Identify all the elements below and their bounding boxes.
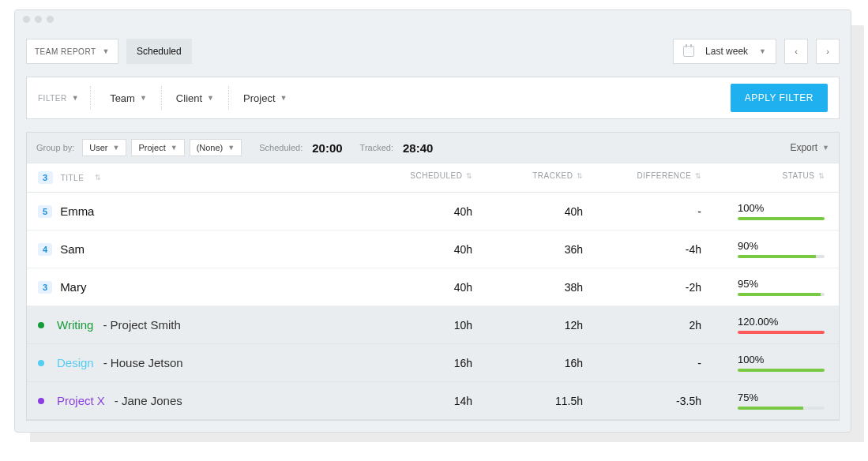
header-tracked[interactable]: TRACKED (532, 171, 573, 180)
group-select[interactable]: (None) ▼ (190, 139, 242, 156)
status-cell: 100% (738, 354, 825, 372)
row-count-badge: 3 (38, 281, 52, 294)
cell-difference: -3.5h (583, 395, 701, 407)
table-row[interactable]: 3Mary40h38h-2h95% (27, 268, 839, 306)
period-prev-button[interactable]: ‹ (784, 39, 808, 64)
status-percent: 90% (738, 240, 758, 252)
user-name: Sam (60, 242, 85, 256)
column-headers: 3 TITLE⇅ SCHEDULED⇅ TRACKED⇅ DIFFERENCE⇅… (27, 163, 839, 193)
group-by-label: Group by: (36, 143, 74, 152)
table-row[interactable]: Project X - Jane Jones14h11.5h-3.5h75% (27, 382, 839, 420)
export-select[interactable]: Export ▼ (790, 142, 829, 153)
filter-client[interactable]: Client ▼ (168, 86, 222, 110)
separator (161, 86, 162, 110)
user-name: Emma (60, 204, 94, 218)
sort-icon: ⇅ (695, 172, 702, 180)
app-window: TEAM REPORT ▼ Scheduled Last week ▼ ‹ › … (14, 9, 851, 433)
caret-down-icon: ▼ (207, 94, 214, 102)
filter-project[interactable]: Project ▼ (235, 86, 295, 110)
header-scheduled[interactable]: SCHEDULED (410, 171, 462, 180)
status-cell: 100% (738, 202, 825, 220)
sort-icon: ⇅ (95, 174, 102, 182)
period-label: Last week (705, 46, 748, 57)
cell-scheduled: 10h (378, 319, 472, 332)
status-percent: 95% (738, 278, 758, 290)
progress-bar (738, 331, 825, 334)
project-color-dot (38, 322, 44, 328)
table-row[interactable]: Design - House Jetson16h16h-100% (27, 344, 839, 382)
period-select[interactable]: Last week ▼ (673, 39, 776, 64)
caret-down-icon: ▼ (227, 144, 235, 152)
cell-scheduled: 40h (378, 205, 472, 218)
cell-tracked: 16h (472, 357, 583, 369)
project-client: - Jane Jones (115, 394, 182, 407)
chevron-right-icon: › (826, 47, 829, 56)
header-difference[interactable]: DIFFERENCE (637, 171, 692, 180)
separator (228, 86, 229, 110)
row-count-badge: 4 (38, 243, 52, 256)
sort-icon: ⇅ (466, 172, 473, 180)
period-next-button[interactable]: › (816, 39, 840, 64)
scheduled-sum-label: Scheduled: (259, 143, 302, 152)
caret-down-icon: ▼ (171, 144, 178, 152)
cell-difference: -2h (583, 281, 701, 294)
scheduled-button[interactable]: Scheduled (126, 39, 192, 64)
team-report-select[interactable]: TEAM REPORT ▼ (26, 39, 118, 64)
export-label: Export (790, 142, 817, 153)
project-client: - Project Smith (103, 318, 180, 332)
project-client: - House Jetson (103, 356, 183, 369)
caret-down-icon: ▼ (280, 94, 287, 102)
apply-filter-button[interactable]: APPLY FILTER (731, 84, 828, 112)
project-name: Writing (57, 318, 93, 332)
user-name: Mary (60, 280, 86, 294)
status-percent: 100% (738, 354, 764, 365)
team-report-label: TEAM REPORT (35, 47, 96, 56)
caret-down-icon: ▼ (759, 47, 766, 55)
status-cell: 120.00% (738, 316, 825, 334)
table-row[interactable]: Writing - Project Smith10h12h2h120.00% (27, 306, 839, 344)
table-row[interactable]: 4Sam40h36h-4h90% (27, 230, 839, 268)
cell-tracked: 38h (472, 281, 583, 294)
cell-difference: -4h (583, 243, 701, 256)
scheduled-sum-value: 20:00 (312, 141, 342, 155)
caret-down-icon: ▼ (822, 144, 829, 152)
filter-label-dropdown[interactable]: FILTER ▼ (38, 94, 79, 103)
group-select-label: Project (138, 143, 165, 152)
window-dot (47, 16, 54, 23)
cell-difference: - (583, 357, 701, 369)
cell-difference: 2h (583, 319, 701, 332)
status-cell: 75% (738, 392, 825, 410)
project-name: Project X (57, 394, 105, 407)
caret-down-icon: ▼ (140, 94, 147, 102)
window-dot (35, 16, 42, 23)
cell-scheduled: 40h (378, 243, 472, 256)
cell-tracked: 40h (472, 205, 583, 218)
caret-down-icon: ▼ (113, 144, 120, 152)
project-color-dot (38, 360, 44, 366)
progress-bar (738, 217, 825, 220)
cell-tracked: 36h (472, 243, 583, 256)
status-percent: 120.00% (738, 316, 778, 328)
report-table: Group by: User ▼Project ▼(None) ▼ Schedu… (26, 132, 840, 421)
group-select[interactable]: User ▼ (82, 139, 126, 156)
apply-filter-label: APPLY FILTER (745, 92, 814, 103)
chevron-left-icon: ‹ (795, 47, 798, 56)
sort-icon: ⇅ (577, 172, 584, 180)
group-select-label: User (89, 143, 107, 152)
window-titlebar (15, 10, 851, 28)
header-title[interactable]: TITLE (61, 174, 85, 182)
window-dot (23, 16, 30, 23)
cell-tracked: 11.5h (472, 395, 583, 407)
caret-down-icon: ▼ (103, 47, 110, 55)
status-percent: 100% (738, 202, 764, 214)
filter-team[interactable]: Team ▼ (102, 86, 155, 110)
cell-scheduled: 16h (378, 357, 472, 369)
table-row[interactable]: 5Emma40h40h-100% (27, 193, 839, 230)
progress-bar (738, 407, 825, 410)
progress-bar (738, 369, 825, 372)
header-status[interactable]: STATUS (783, 171, 815, 180)
filter-item-label: Team (110, 92, 135, 104)
progress-bar (738, 293, 825, 296)
group-select[interactable]: Project ▼ (131, 139, 184, 156)
cell-tracked: 12h (472, 319, 583, 332)
